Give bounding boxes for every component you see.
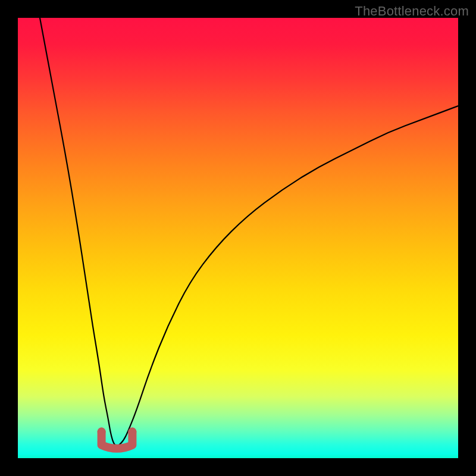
curve-left-branch bbox=[40, 18, 116, 445]
u-marker bbox=[102, 432, 133, 449]
watermark-text: TheBottleneck.com bbox=[355, 4, 469, 19]
plot-area bbox=[18, 18, 458, 458]
curve-right-branch bbox=[119, 106, 458, 445]
u-marker-dot-left bbox=[98, 428, 106, 436]
chart-frame: TheBottleneck.com bbox=[0, 0, 476, 476]
curves-layer bbox=[18, 18, 458, 458]
u-marker-dot-right bbox=[128, 428, 136, 436]
